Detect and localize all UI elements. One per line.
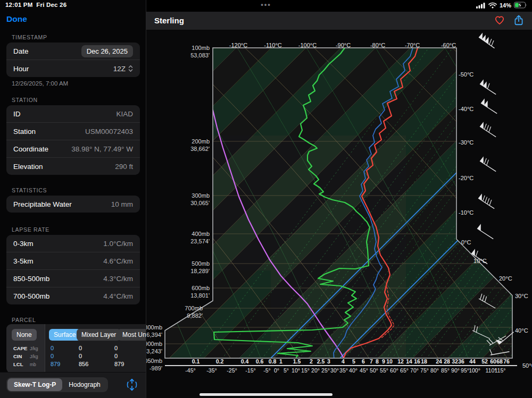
parcel-chip-most-unstable[interactable]: Most Unstable bbox=[118, 329, 146, 341]
altitude-axis-label: 18,289' bbox=[190, 268, 210, 274]
wind-barb-icon bbox=[480, 122, 499, 137]
pressure-axis-label: 500mb bbox=[192, 260, 210, 267]
top-temp-label: -90°C bbox=[336, 42, 351, 48]
mixing-ratio-label: 5 bbox=[352, 358, 355, 365]
right-temp-label: 0°C bbox=[461, 239, 471, 245]
mixing-ratio-label: 0.8 bbox=[269, 358, 277, 365]
pressure-axis-label: 100mb bbox=[192, 45, 210, 51]
lcl-mixed-value: 856 bbox=[79, 361, 88, 367]
pressure-axis-label: 700mb bbox=[185, 305, 203, 311]
parcel-chip-none[interactable]: None bbox=[12, 329, 37, 341]
cellular-icon bbox=[476, 2, 486, 9]
done-button[interactable]: Done bbox=[6, 14, 27, 24]
station-elevation-row: Elevation 290 ft bbox=[6, 157, 140, 175]
share-icon[interactable] bbox=[513, 14, 525, 26]
pressure-axis-label: 200mb bbox=[192, 138, 210, 145]
fahrenheit-axis-label: -35° bbox=[206, 367, 217, 374]
station-name-label: Station bbox=[13, 128, 36, 136]
bottom-toolbar: Skew-T Log-P Hodograph bbox=[0, 372, 146, 398]
hour-row[interactable]: Hour 12Z bbox=[6, 60, 140, 77]
multitask-grabber[interactable]: ••• bbox=[0, 1, 532, 9]
station-coordinate-row: Coordinate 38.98° N, 77.49° W bbox=[6, 140, 140, 157]
top-temp-label: -70°C bbox=[405, 42, 420, 48]
fahrenheit-axis-label: 90° bbox=[451, 367, 460, 374]
top-temp-label: -120°C bbox=[229, 42, 247, 48]
section-header-statistics: STATISTICS bbox=[12, 187, 47, 193]
cape-surface-value: 0 bbox=[51, 345, 54, 351]
section-header-lapse-rate: LAPSE RATE bbox=[12, 226, 49, 233]
altitude-axis-label: 9,882' bbox=[187, 312, 203, 319]
lapse-700-500-label: 700-500mb bbox=[13, 292, 49, 300]
lapse-850-500-value: 4.3°C/km bbox=[103, 275, 133, 283]
mixing-ratio-label: 9 bbox=[382, 358, 385, 365]
precipitable-water-row: Precipitable Water 10 mm bbox=[6, 196, 140, 213]
favorite-heart-icon[interactable] bbox=[494, 14, 505, 26]
mixing-ratio-label: 60 bbox=[490, 358, 496, 365]
fahrenheit-axis-label: 45° bbox=[360, 367, 368, 374]
parcel-chip-surface[interactable]: Surface bbox=[49, 329, 80, 341]
mixing-ratio-label: 36 bbox=[458, 358, 464, 365]
date-label: Date bbox=[13, 47, 29, 55]
section-header-station: STATION bbox=[12, 97, 38, 103]
battery-icon bbox=[514, 2, 528, 9]
altitude-axis-label: 30,065' bbox=[190, 200, 210, 206]
sidebar: Done TIMESTAMP Date Dec 26, 2025 Hour 12… bbox=[0, 0, 146, 398]
mixing-ratio-label: 0.6 bbox=[256, 358, 264, 365]
fahrenheit-axis-label: 10° bbox=[292, 367, 300, 374]
cape-unit: J/kg bbox=[30, 346, 38, 351]
lapse-3-5km-label: 3-5km bbox=[13, 257, 34, 265]
right-temp-label: -50°C bbox=[459, 71, 473, 78]
cin-surface-value: 0 bbox=[51, 353, 54, 359]
date-row[interactable]: Date Dec 26, 2025 bbox=[6, 43, 140, 60]
fahrenheit-axis-label: 70° bbox=[410, 367, 419, 374]
mixing-ratio-label: 52 bbox=[481, 358, 488, 365]
station-name-value: USM00072403 bbox=[85, 128, 133, 136]
mixing-ratio-label: 0.2 bbox=[216, 358, 224, 365]
station-id-value: KIAD bbox=[116, 110, 133, 118]
cape-label: CAPE bbox=[13, 345, 27, 351]
lapse-3-5km-row: 3-5km 4.6°C/km bbox=[6, 252, 140, 269]
tab-hodograph[interactable]: Hodograph bbox=[62, 378, 106, 391]
battery-percent: 14% bbox=[500, 2, 511, 9]
fahrenheit-axis-label: 55° bbox=[380, 367, 388, 374]
top-temp-label: -100°C bbox=[298, 42, 317, 48]
stepper-chevrons-icon[interactable] bbox=[128, 65, 133, 72]
lapse-0-3km-label: 0-3km bbox=[13, 240, 34, 248]
precipitable-water-value: 10 mm bbox=[111, 200, 133, 208]
lcl-unit: mb bbox=[30, 362, 36, 367]
mixing-ratio-label: 4 bbox=[342, 358, 345, 365]
fahrenheit-axis-label: 95° bbox=[461, 367, 469, 374]
mixing-ratio-label: 1 bbox=[279, 358, 282, 365]
mixing-ratio-label: 12 bbox=[397, 358, 404, 365]
altitude-axis-label: 38,662' bbox=[190, 146, 210, 152]
mixing-ratio-label: 10 bbox=[386, 358, 393, 365]
date-value-button[interactable]: Dec 26, 2025 bbox=[81, 45, 133, 57]
cin-unit: J/kg bbox=[30, 354, 38, 359]
lcl-surface-value: 879 bbox=[51, 361, 60, 367]
fahrenheit-axis-label: 5° bbox=[284, 367, 289, 374]
lapse-0-3km-value: 1.0°C/km bbox=[103, 240, 133, 248]
view-segmented-control[interactable]: Skew-T Log-P Hodograph bbox=[6, 377, 108, 392]
parcel-chip-mixed-layer[interactable]: Mixed Layer bbox=[77, 329, 121, 341]
pressure-axis-label: 400mb bbox=[192, 231, 210, 237]
timestamp-card: Date Dec 26, 2025 Hour 12Z bbox=[6, 43, 140, 77]
hour-value: 12Z bbox=[113, 65, 126, 73]
fahrenheit-axis-label: -5° bbox=[263, 367, 271, 374]
tab-skewt-logp[interactable]: Skew-T Log-P bbox=[7, 378, 62, 391]
station-coordinate-value: 38.98° N, 77.49° W bbox=[71, 145, 133, 153]
fahrenheit-axis-label: 65° bbox=[400, 367, 409, 374]
station-card: ID KIAD Station USM00072403 Coordinate 3… bbox=[6, 105, 140, 175]
mixing-ratio-label: 14 bbox=[406, 358, 412, 365]
expand-vertical-icon[interactable] bbox=[125, 378, 139, 392]
mixing-ratio-label: 0.4 bbox=[241, 358, 249, 365]
right-temp-label: 30°C bbox=[515, 293, 528, 299]
chart-panel: 100mb53,083'200mb38,662'300mb30,065'400m… bbox=[146, 30, 532, 398]
pressure-axis-label: 1,050mb bbox=[146, 358, 162, 364]
fahrenheit-axis-label: 40° bbox=[349, 367, 358, 374]
altitude-axis-label: -989' bbox=[149, 365, 162, 371]
station-coordinate-label: Coordinate bbox=[13, 145, 48, 153]
home-indicator[interactable] bbox=[200, 393, 332, 396]
page-title: Sterling bbox=[154, 16, 184, 25]
skewt-chart[interactable]: 100mb53,083'200mb38,662'300mb30,065'400m… bbox=[146, 30, 532, 398]
pressure-axis-label: 900mb bbox=[146, 341, 162, 347]
